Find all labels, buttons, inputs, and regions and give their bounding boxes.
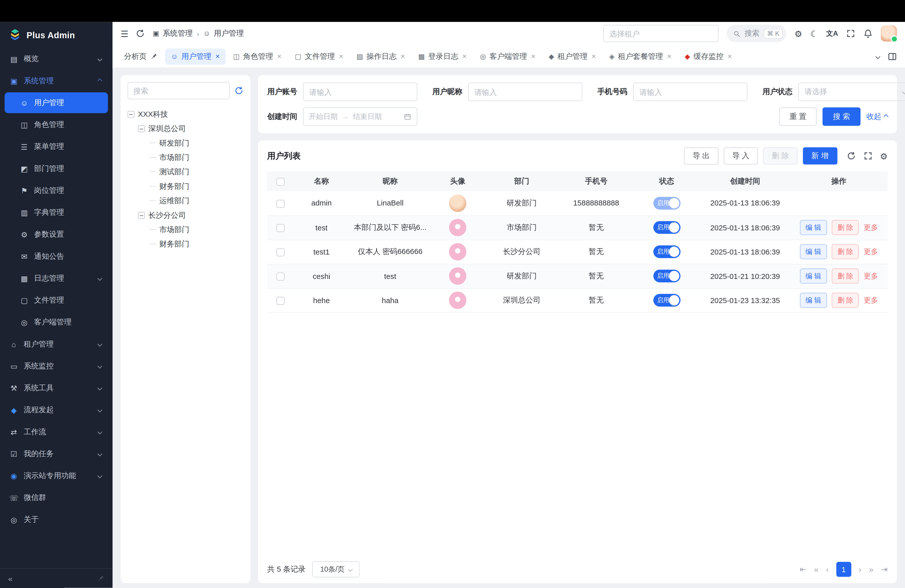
sidebar-item-tools[interactable]: ⚒系统工具 [5, 378, 108, 399]
tree-node-test-dept[interactable]: 测试部门 [127, 164, 243, 179]
row-checkbox[interactable] [276, 224, 284, 232]
delete-button[interactable]: 删 除 [832, 220, 859, 235]
sidebar-item-tenant[interactable]: ⌂租户管理 [5, 334, 108, 354]
collapse-filter-link[interactable]: 收起 [866, 111, 888, 122]
bell-icon[interactable] [864, 29, 873, 38]
nickname-input[interactable] [468, 83, 583, 101]
row-checkbox[interactable] [276, 248, 284, 256]
row-checkbox[interactable] [276, 297, 284, 305]
status-select[interactable]: 请选择 [798, 83, 905, 101]
dark-mode-icon[interactable]: ☾ [810, 29, 818, 38]
tab-tenant-package[interactable]: ◈租户套餐管理× [603, 48, 677, 64]
sidebar-item-menu[interactable]: ☰菜单管理 [5, 136, 108, 157]
sidebar-item-logs[interactable]: ▦日志管理 [5, 268, 108, 289]
next-page-icon[interactable]: › [859, 565, 862, 574]
status-toggle[interactable]: 启用 [653, 294, 680, 307]
sidebar-item-demo[interactable]: ◉演示站专用功能 [5, 465, 108, 486]
edit-button[interactable]: 编 辑 [800, 269, 827, 284]
tab-user-management[interactable]: ☺用户管理× [165, 48, 226, 64]
prev-page-icon[interactable]: ‹ [826, 565, 829, 574]
status-toggle[interactable]: 启用 [653, 245, 680, 258]
tab-role-management[interactable]: ◫角色管理× [227, 48, 287, 64]
edit-button[interactable]: 编 辑 [800, 220, 827, 235]
pin-icon[interactable] [97, 575, 105, 582]
more-button[interactable]: 更多 [864, 271, 878, 281]
tab-file-management[interactable]: ▢文件管理× [289, 48, 349, 64]
more-button[interactable]: 更多 [864, 247, 878, 256]
sidebar-item-about[interactable]: ◎关于 [5, 509, 108, 530]
status-toggle[interactable]: 启用 [653, 221, 680, 234]
page-size-select[interactable]: 10条/页 [313, 561, 360, 577]
table-refresh-icon[interactable] [846, 151, 856, 161]
delete-button[interactable]: 删 除 [763, 147, 798, 164]
close-icon[interactable]: × [531, 52, 535, 60]
collapse-box-icon[interactable] [138, 125, 145, 132]
tab-cache-monitor[interactable]: ◆缓存监控× [679, 48, 738, 64]
tree-node-market-dept[interactable]: 市场部门 [127, 150, 243, 164]
close-icon[interactable]: × [727, 52, 732, 60]
sidebar-item-dict[interactable]: ▥字典管理 [5, 202, 108, 223]
more-button[interactable]: 更多 [864, 222, 878, 232]
next-group-icon[interactable]: » [869, 565, 873, 574]
tenant-select[interactable] [603, 25, 718, 42]
collapse-box-icon[interactable] [127, 111, 135, 118]
tab-operation-log[interactable]: ▨操作日志× [351, 48, 411, 64]
breadcrumb-item[interactable]: 用户管理 [214, 28, 244, 38]
tree-search-input[interactable] [127, 82, 230, 99]
tree-node-shenzhen-hq[interactable]: 深圳总公司 [127, 121, 243, 135]
edit-button[interactable]: 编 辑 [800, 293, 827, 308]
current-page[interactable]: 1 [836, 562, 851, 577]
prev-group-icon[interactable]: « [814, 565, 819, 574]
more-button[interactable]: 更多 [864, 295, 878, 305]
date-range-picker[interactable]: 开始日期 → 结束日期 [303, 107, 417, 126]
delete-button[interactable]: 删 除 [832, 244, 859, 259]
close-icon[interactable]: × [462, 52, 467, 60]
sidebar-item-notice[interactable]: ✉通知公告 [5, 246, 108, 267]
import-button[interactable]: 导 入 [724, 147, 758, 164]
edit-button[interactable]: 编 辑 [800, 244, 827, 259]
delete-button[interactable]: 删 除 [832, 293, 859, 308]
sidebar-item-dept[interactable]: ◩部门管理 [5, 158, 108, 179]
sidebar-item-role[interactable]: ◫角色管理 [5, 114, 108, 135]
sidebar-item-wechat[interactable]: ☏微信群 [5, 488, 108, 508]
row-checkbox[interactable] [276, 199, 284, 208]
tab-analysis[interactable]: 分析页 [118, 48, 164, 64]
hamburger-menu-icon[interactable]: ☰ [121, 29, 129, 38]
user-avatar[interactable] [881, 25, 897, 41]
tree-node-finance-dept-2[interactable]: 财务部门 [127, 237, 243, 251]
search-button[interactable]: 搜 索 [823, 107, 861, 126]
add-button[interactable]: 新 增 [803, 147, 837, 164]
account-input[interactable] [303, 83, 417, 101]
sidebar-item-params[interactable]: ⚙参数设置 [5, 224, 108, 245]
status-toggle[interactable]: 启用 [653, 270, 680, 283]
table-settings-icon[interactable]: ⚙ [880, 152, 888, 160]
global-search[interactable]: 搜索 ⌘ K [727, 25, 786, 42]
sidebar-item-overview[interactable]: ▤概览 [5, 49, 108, 70]
close-icon[interactable]: × [339, 52, 343, 60]
sidebar-item-flow[interactable]: ◆流程发起 [5, 400, 108, 421]
export-button[interactable]: 导 出 [684, 147, 718, 164]
sidebar-collapse-button[interactable]: « [8, 574, 13, 583]
sidebar-item-files[interactable]: ▢文件管理 [5, 290, 108, 311]
tree-node-rd-dept[interactable]: 研发部门 [127, 136, 243, 150]
sidebar-item-client[interactable]: ◎客户端管理 [5, 312, 108, 333]
select-all-checkbox[interactable] [276, 178, 284, 186]
tab-list-dropdown-icon[interactable] [875, 54, 880, 59]
close-icon[interactable]: × [667, 52, 671, 60]
sidebar-item-system[interactable]: ▣系统管理 [5, 70, 108, 91]
collapse-box-icon[interactable] [138, 211, 145, 219]
sidebar-item-user-management[interactable]: ☺用户管理 [5, 92, 108, 113]
close-icon[interactable]: × [216, 52, 220, 60]
refresh-icon[interactable] [136, 29, 145, 38]
tab-fullscreen-icon[interactable] [888, 52, 897, 61]
delete-button[interactable]: 删 除 [832, 269, 859, 284]
gear-icon[interactable]: ⚙ [794, 29, 802, 38]
tab-login-log[interactable]: ▩登录日志× [413, 48, 473, 64]
tree-refresh-icon[interactable] [234, 86, 244, 95]
sidebar-item-monitor[interactable]: ▭系统监控 [5, 356, 108, 377]
table-fullscreen-icon[interactable] [863, 151, 873, 161]
sidebar-item-post[interactable]: ⚑岗位管理 [5, 180, 108, 201]
reset-button[interactable]: 重 置 [779, 107, 817, 126]
tree-node-company[interactable]: XXX科技 [127, 107, 243, 121]
row-checkbox[interactable] [276, 272, 284, 280]
